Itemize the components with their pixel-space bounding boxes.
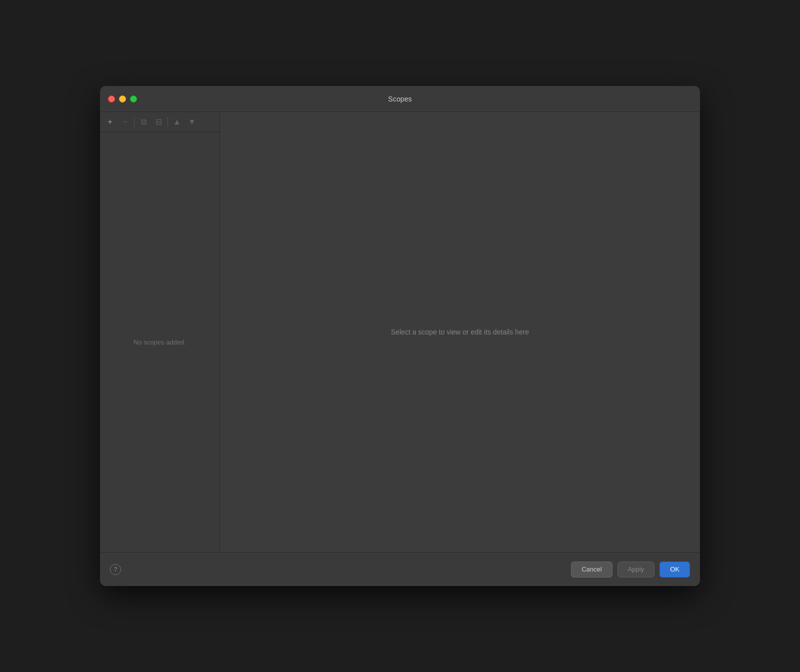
toolbar-separator-1	[134, 117, 134, 127]
scope-list: No scopes added.	[100, 132, 220, 552]
minimize-button[interactable]	[119, 96, 126, 102]
sidebar: + − ⧉ ⊟ ▲ ▼ No scopes added.	[100, 112, 220, 552]
title-bar: Scopes	[100, 86, 700, 112]
bottom-bar: ? Cancel Apply OK	[100, 552, 700, 586]
main-panel: Select a scope to view or edit its detai…	[220, 112, 700, 552]
scope-detail-placeholder: Select a scope to view or edit its detai…	[391, 328, 529, 336]
save-scope-button[interactable]: ⊟	[152, 115, 166, 129]
copy-scope-button[interactable]: ⧉	[136, 115, 150, 129]
scopes-window: Scopes + − ⧉ ⊟ ▲ ▼ No scopes added. Sele…	[100, 86, 700, 586]
remove-scope-button[interactable]: −	[118, 115, 132, 129]
no-scopes-label: No scopes added.	[134, 338, 186, 346]
move-down-button[interactable]: ▼	[185, 115, 199, 129]
cancel-button[interactable]: Cancel	[571, 562, 612, 578]
add-scope-button[interactable]: +	[103, 115, 117, 129]
apply-button[interactable]: Apply	[618, 562, 655, 578]
traffic-lights	[108, 96, 137, 102]
content-area: + − ⧉ ⊟ ▲ ▼ No scopes added. Select a sc…	[100, 112, 700, 552]
close-button[interactable]	[108, 96, 115, 102]
toolbar-separator-2	[168, 117, 168, 127]
help-button[interactable]: ?	[110, 564, 121, 575]
sidebar-toolbar: + − ⧉ ⊟ ▲ ▼	[100, 112, 220, 132]
maximize-button[interactable]	[130, 96, 137, 102]
ok-button[interactable]: OK	[660, 562, 690, 578]
window-title: Scopes	[388, 95, 412, 103]
bottom-left-actions: ?	[110, 564, 121, 575]
move-up-button[interactable]: ▲	[170, 115, 184, 129]
bottom-right-actions: Cancel Apply OK	[571, 562, 690, 578]
